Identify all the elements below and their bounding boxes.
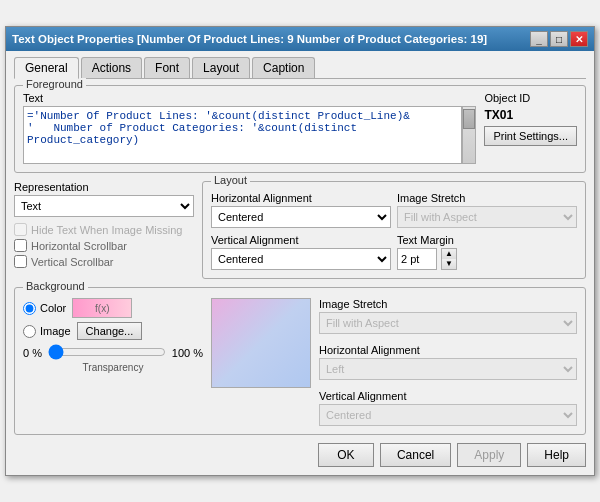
spin-up-button[interactable]: ▲ [442, 249, 456, 259]
text-field-label: Text [23, 92, 476, 104]
transparency-row: 0 % 100 % [23, 344, 203, 362]
minimize-button[interactable]: _ [530, 31, 548, 47]
tab-actions[interactable]: Actions [81, 57, 142, 78]
ok-button[interactable]: OK [318, 443, 374, 467]
background-label: Background [23, 280, 88, 292]
bg-horizontal-alignment-select[interactable]: Left Centered Right [319, 358, 577, 380]
change-button[interactable]: Change... [77, 322, 143, 340]
bg-vertical-alignment-select[interactable]: Top Centered Bottom [319, 404, 577, 426]
vertical-alignment-item: Vertical Alignment Top Centered Bottom [211, 234, 391, 270]
maximize-button[interactable]: □ [550, 31, 568, 47]
text-margin-wrap: ▲ ▼ [397, 248, 577, 270]
object-id-value: TX01 [484, 108, 513, 122]
hide-text-checkbox[interactable] [14, 223, 27, 236]
left-column: Representation Text Image Circular Gauge… [14, 181, 194, 287]
representation-select[interactable]: Text Image Circular Gauge Linear Gauge T… [14, 195, 194, 217]
foreground-row: Text ='Number Of Product Lines: '&count(… [23, 92, 577, 164]
tab-layout[interactable]: Layout [192, 57, 250, 78]
hide-text-checkbox-row: Hide Text When Image Missing [14, 223, 194, 236]
transparency-slider-wrap [48, 344, 166, 362]
text-margin-input[interactable] [397, 248, 437, 270]
text-input[interactable]: ='Number Of Product Lines: '&count(disti… [23, 106, 462, 164]
window-body: General Actions Font Layout Caption Fore… [6, 51, 594, 475]
spin-down-button[interactable]: ▼ [442, 259, 456, 269]
tab-bar: General Actions Font Layout Caption [14, 57, 586, 79]
horizontal-alignment-label: Horizontal Alignment [211, 192, 391, 204]
color-label: Color [40, 302, 66, 314]
object-id-section: Object ID TX01 Print Settings... [484, 92, 577, 146]
foreground-label: Foreground [23, 78, 86, 90]
foreground-section: Foreground Text ='Number Of Product Line… [14, 85, 586, 173]
horizontal-scrollbar-label: Horizontal Scrollbar [31, 240, 127, 252]
bg-image-stretch-item: Image Stretch Fill with Aspect Fill No S… [319, 298, 577, 334]
color-radio-label[interactable]: Color [23, 302, 66, 315]
window-title: Text Object Properties [Number Of Produc… [12, 33, 487, 45]
bg-image-stretch-label: Image Stretch [319, 298, 577, 310]
text-margin-label: Text Margin [397, 234, 577, 246]
main-content: Representation Text Image Circular Gauge… [14, 181, 586, 287]
text-margin-item: Text Margin ▲ ▼ [397, 234, 577, 270]
hide-text-label: Hide Text When Image Missing [31, 224, 182, 236]
layout-section: Layout Horizontal Alignment Left Centere… [202, 181, 586, 279]
text-area-wrap: Text ='Number Of Product Lines: '&count(… [23, 92, 476, 164]
gradient-preview [211, 298, 311, 388]
image-stretch-select[interactable]: Fill with Aspect Fill No Stretch [397, 206, 577, 228]
transparency-slider[interactable] [48, 344, 166, 360]
horizontal-scrollbar-checkbox[interactable] [14, 239, 27, 252]
horiz-scrollbar-checkbox-row: Horizontal Scrollbar [14, 239, 194, 252]
horizontal-alignment-select[interactable]: Left Centered Right [211, 206, 391, 228]
bg-image-stretch-select[interactable]: Fill with Aspect Fill No Stretch [319, 312, 577, 334]
help-button[interactable]: Help [527, 443, 586, 467]
tab-caption[interactable]: Caption [252, 57, 315, 78]
scrollbar-thumb [463, 109, 475, 129]
fx-label: f(x) [95, 303, 109, 314]
title-controls: _ □ ✕ [530, 31, 588, 47]
bg-horizontal-alignment-label: Horizontal Alignment [319, 344, 577, 356]
main-window: Text Object Properties [Number Of Produc… [5, 26, 595, 476]
image-radio[interactable] [23, 325, 36, 338]
transparency-title: Transparency [23, 362, 203, 373]
apply-button[interactable]: Apply [457, 443, 521, 467]
image-radio-row: Image Change... [23, 322, 203, 340]
layout-section-label: Layout [211, 174, 250, 186]
image-radio-label[interactable]: Image [23, 325, 71, 338]
color-box[interactable]: f(x) [72, 298, 132, 318]
text-scrollbar[interactable] [462, 106, 476, 164]
image-stretch-item: Image Stretch Fill with Aspect Fill No S… [397, 192, 577, 228]
transparency-100-label: 100 % [172, 347, 203, 359]
vertical-alignment-select[interactable]: Top Centered Bottom [211, 248, 391, 270]
right-column: Layout Horizontal Alignment Left Centere… [202, 181, 586, 287]
background-row: Color f(x) Image Change... [23, 298, 577, 426]
vert-scrollbar-checkbox-row: Vertical Scrollbar [14, 255, 194, 268]
layout-grid: Horizontal Alignment Left Centered Right… [211, 192, 577, 270]
horizontal-alignment-item: Horizontal Alignment Left Centered Right [211, 192, 391, 228]
title-bar: Text Object Properties [Number Of Produc… [6, 27, 594, 51]
bg-horizontal-alignment-item: Horizontal Alignment Left Centered Right [319, 344, 577, 380]
cancel-button[interactable]: Cancel [380, 443, 451, 467]
object-id-label: Object ID [484, 92, 530, 104]
color-image-column: Color f(x) Image Change... [23, 298, 203, 373]
vertical-scrollbar-label: Vertical Scrollbar [31, 256, 114, 268]
vertical-alignment-label: Vertical Alignment [211, 234, 391, 246]
tab-font[interactable]: Font [144, 57, 190, 78]
text-margin-spinner: ▲ ▼ [441, 248, 457, 270]
image-stretch-column: Image Stretch Fill with Aspect Fill No S… [319, 298, 577, 426]
vertical-scrollbar-checkbox[interactable] [14, 255, 27, 268]
color-radio-row: Color f(x) [23, 298, 203, 318]
print-settings-button[interactable]: Print Settings... [484, 126, 577, 146]
close-button[interactable]: ✕ [570, 31, 588, 47]
background-section: Background Color f(x) [14, 287, 586, 435]
color-radio[interactable] [23, 302, 36, 315]
representation-row: Representation Text Image Circular Gauge… [14, 181, 194, 217]
bg-vertical-alignment-label: Vertical Alignment [319, 390, 577, 402]
button-row: OK Cancel Apply Help [14, 443, 586, 467]
image-label: Image [40, 325, 71, 337]
bg-vertical-alignment-item: Vertical Alignment Top Centered Bottom [319, 390, 577, 426]
transparency-0-label: 0 % [23, 347, 42, 359]
image-stretch-label: Image Stretch [397, 192, 577, 204]
tab-general[interactable]: General [14, 57, 79, 79]
representation-label: Representation [14, 181, 194, 193]
